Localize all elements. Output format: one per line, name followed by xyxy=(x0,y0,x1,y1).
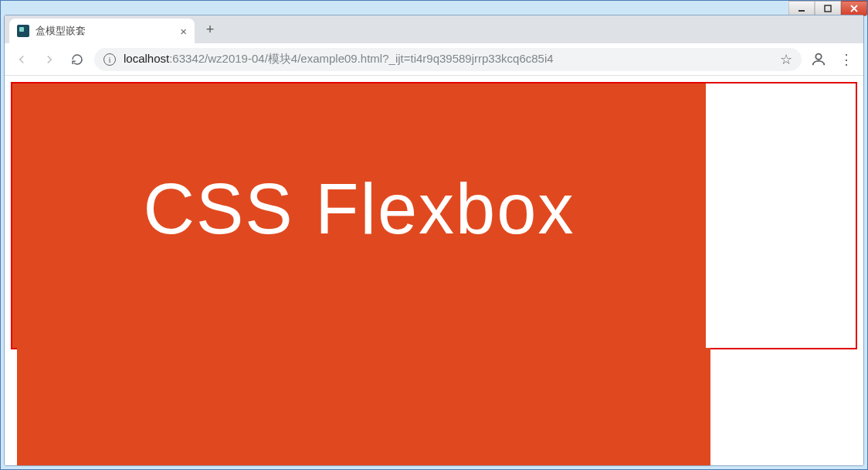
inner-box: CSS Flexbox xyxy=(12,83,706,348)
site-info-icon[interactable]: i xyxy=(103,53,116,66)
address-bar[interactable]: i localhost:63342/wz2019-04/模块4/example0… xyxy=(94,48,802,71)
window-frame: 盒模型嵌套 × + i localhost:63342/wz2019-04/模块… xyxy=(0,0,868,470)
bookmark-star-icon[interactable]: ☆ xyxy=(780,51,792,68)
svg-rect-0 xyxy=(798,10,805,12)
outer-box: CSS Flexbox xyxy=(11,82,857,349)
maximize-button[interactable] xyxy=(815,1,841,16)
profile-button[interactable] xyxy=(808,49,829,70)
window-titlebar xyxy=(1,1,867,15)
svg-rect-1 xyxy=(825,5,831,12)
tab-strip: 盒模型嵌套 × + xyxy=(5,15,863,43)
url-host: localhost xyxy=(124,52,169,65)
tab-close-button[interactable]: × xyxy=(180,25,187,38)
browser-menu-button[interactable]: ⋮ xyxy=(836,49,857,70)
close-button[interactable] xyxy=(841,1,867,16)
tab-title: 盒模型嵌套 xyxy=(36,24,174,38)
page-viewport: CSS Flexbox xyxy=(5,76,863,465)
minimize-button[interactable] xyxy=(788,1,815,16)
browser-chrome: 盒模型嵌套 × + i localhost:63342/wz2019-04/模块… xyxy=(4,15,864,466)
page-body: CSS Flexbox xyxy=(11,82,857,349)
reload-button[interactable] xyxy=(66,49,88,70)
url-path: :63342/wz2019-04/模块4/example09.html?_ijt… xyxy=(169,52,553,65)
inner-box-overflow xyxy=(17,348,710,465)
browser-tab[interactable]: 盒模型嵌套 × xyxy=(9,19,195,43)
svg-point-2 xyxy=(815,53,821,59)
new-tab-button[interactable]: + xyxy=(199,19,221,40)
window-controls xyxy=(788,1,867,16)
forward-button[interactable] xyxy=(39,49,60,70)
heading-text: CSS Flexbox xyxy=(144,169,575,250)
favicon-icon xyxy=(17,25,29,37)
back-button[interactable] xyxy=(11,49,32,70)
url-text: localhost:63342/wz2019-04/模块4/example09.… xyxy=(124,52,772,66)
browser-toolbar: i localhost:63342/wz2019-04/模块4/example0… xyxy=(5,43,863,76)
